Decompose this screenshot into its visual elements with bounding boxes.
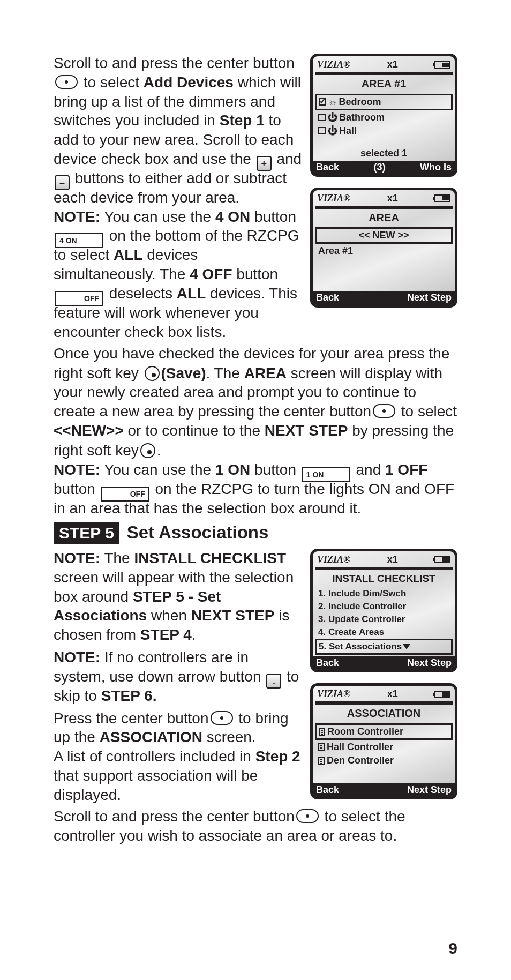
text: button	[250, 208, 296, 225]
off-button-icon: OFF	[55, 291, 103, 306]
text: button	[250, 461, 300, 478]
text: button	[54, 481, 100, 497]
text: .	[157, 442, 161, 459]
screen-title: INSTALL CHECKLIST	[315, 571, 453, 586]
text: .	[192, 626, 196, 643]
instruction-paragraph-4a: Press the center button to bring up the …	[54, 709, 303, 805]
controller-row: Hall Controller	[315, 740, 453, 754]
center-button-icon	[373, 404, 395, 418]
area-row: Area #1	[315, 244, 453, 258]
signal-label: x1	[387, 688, 398, 700]
selected-status: selected 1	[315, 138, 453, 160]
checkbox-icon	[318, 114, 326, 121]
softkey-right: Next Step	[407, 657, 452, 669]
screen-title: AREA #1	[315, 76, 453, 92]
brand-label: VIZIA®	[317, 192, 350, 205]
text: and	[352, 461, 385, 478]
center-button-icon	[296, 809, 319, 823]
text: button	[232, 266, 279, 282]
plus-button-icon: +	[257, 156, 272, 171]
one-on-button-icon: 1 ON	[302, 467, 350, 482]
bold: INSTALL CHECKLIST	[134, 550, 286, 566]
text: . The	[206, 365, 244, 381]
screen-footer: Back Next Step	[313, 291, 455, 304]
screen-footer: Back Next Step	[313, 656, 455, 670]
step-badge: STEP 5	[54, 522, 119, 544]
text: that support association will be display…	[54, 767, 258, 803]
sun-icon: ☼	[328, 96, 337, 108]
text: 5. Set Associations	[319, 641, 402, 652]
text: Press the center button	[54, 710, 209, 727]
bold: 1 ON	[215, 461, 250, 478]
bold: NEXT STEP	[191, 607, 275, 624]
softkey-right: Next Step	[407, 291, 452, 304]
bold: 1 OFF	[385, 461, 427, 478]
softkey-center: (3)	[374, 161, 386, 174]
brand-label: VIZIA®	[317, 553, 350, 566]
screen-title: ASSOCIATION	[315, 706, 453, 722]
bold: (Save)	[161, 365, 206, 381]
softkey-back: Back	[316, 161, 339, 174]
device-screen-area-devices: VIZIA® x1 AREA #1 ☼Bedroom ⏻Bathroom ⏻Ha…	[310, 54, 457, 177]
signal-label: x1	[387, 553, 398, 566]
instruction-paragraph-3: NOTE: The INSTALL CHECKLIST screen will …	[54, 549, 303, 645]
screen-title: AREA	[315, 210, 453, 226]
softkey-back: Back	[316, 784, 339, 796]
brand-label: VIZIA®	[317, 58, 350, 71]
checklist-row: 4. Create Areas	[315, 626, 453, 639]
text: A list of controllers included in	[54, 748, 255, 765]
checkbox-icon	[318, 127, 326, 134]
text: buttons to either add or subtract each d…	[54, 170, 287, 206]
text: Scroll to and press the center button	[54, 55, 295, 71]
device-row: ⏻Bathroom	[315, 111, 453, 124]
bold: STEP 6.	[101, 687, 157, 704]
text: Den Controller	[327, 755, 394, 766]
bold: STEP 4	[140, 626, 192, 643]
right-softkey-icon	[140, 443, 155, 458]
bold: 4 OFF	[190, 266, 232, 282]
battery-icon	[434, 194, 450, 202]
instruction-paragraph-2: Once you have checked the devices for yo…	[54, 344, 457, 518]
device-screen-install-checklist: VIZIA® x1 INSTALL CHECKLIST 1. Include D…	[310, 549, 457, 672]
note-label: NOTE:	[54, 461, 100, 478]
softkey-back: Back	[316, 291, 339, 304]
signal-label: x1	[387, 192, 398, 205]
bold: Step 1	[220, 112, 265, 129]
device-screen-area-list: VIZIA® x1 AREA << NEW >> Area #1 Back Ne…	[310, 188, 457, 308]
device-row-selected: ☼Bedroom	[315, 94, 453, 110]
softkey-back: Back	[316, 657, 339, 669]
down-arrow-button-icon	[266, 674, 281, 689]
power-icon: ⏻	[328, 111, 337, 124]
softkey-right: Who Is	[420, 161, 452, 174]
checkbox-icon	[319, 98, 326, 106]
note-label: NOTE:	[54, 208, 100, 225]
text: when	[147, 607, 191, 624]
instruction-note-2: NOTE: If no controllers are in system, u…	[54, 648, 303, 705]
controller-icon	[318, 757, 325, 765]
right-softkey-icon	[145, 366, 160, 381]
text: You can use the	[100, 461, 215, 478]
text: and	[276, 151, 302, 167]
step-title: Set Associations	[127, 521, 269, 544]
instruction-paragraph-1: Scroll to and press the center button to…	[54, 54, 303, 342]
instruction-paragraph-4b: Scroll to and press the center button to…	[54, 807, 457, 846]
screen-footer: Back Next Step	[313, 783, 455, 797]
device-screen-association: VIZIA® x1 ASSOCIATION Room Controller Ha…	[310, 683, 457, 799]
bold: ALL	[114, 246, 142, 263]
triangle-down-icon	[403, 644, 410, 649]
softkey-right: Next Step	[407, 784, 452, 796]
text: Scroll to and press the center button	[54, 808, 295, 825]
one-off-button-icon: OFF	[101, 487, 149, 502]
bold: 4 ON	[215, 208, 250, 225]
battery-icon	[434, 61, 450, 69]
checklist-row: 1. Include Dim/Swch	[315, 587, 453, 600]
battery-icon	[434, 691, 450, 698]
text: You can use the	[100, 208, 215, 225]
step-5-heading: STEP 5 Set Associations	[54, 521, 457, 544]
controller-icon	[318, 743, 325, 751]
text: Hall Controller	[327, 742, 393, 752]
device-name: Bedroom	[339, 96, 381, 107]
four-on-button-icon: 4 ON	[55, 233, 103, 248]
text: to select	[397, 403, 457, 420]
bold: AREA	[244, 365, 287, 381]
